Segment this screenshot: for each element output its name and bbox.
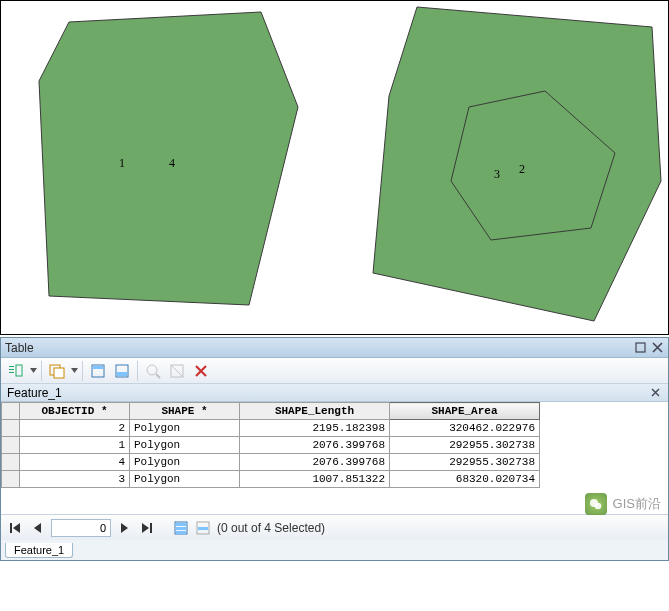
svg-rect-6 — [9, 372, 14, 373]
svg-rect-5 — [9, 369, 14, 370]
close-icon[interactable] — [651, 341, 664, 354]
svg-point-16 — [147, 365, 157, 375]
prev-record-button[interactable] — [29, 519, 45, 537]
column-header[interactable]: SHAPE_Area — [390, 403, 540, 420]
column-header[interactable]: OBJECTID * — [20, 403, 130, 420]
svg-rect-7 — [16, 365, 22, 376]
table-titlebar: Table — [1, 338, 668, 358]
table-options-button[interactable] — [5, 360, 27, 382]
table-row[interactable]: 3Polygon1007.85132268320.020734 — [2, 471, 540, 488]
table-row[interactable]: 2Polygon2195.182398320462.022976 — [2, 420, 540, 437]
svg-rect-4 — [9, 366, 14, 367]
svg-marker-21 — [13, 523, 20, 533]
clear-selection-button[interactable] — [166, 360, 188, 382]
table-row[interactable]: 4Polygon2076.399768292955.302738 — [2, 454, 540, 471]
separator — [41, 361, 42, 381]
polygon-right[interactable]: 3 2 — [369, 3, 664, 333]
svg-rect-31 — [198, 527, 208, 530]
svg-rect-27 — [176, 523, 186, 526]
svg-rect-28 — [176, 527, 186, 530]
first-record-button[interactable] — [7, 519, 23, 537]
record-position-input[interactable] — [51, 519, 111, 537]
svg-rect-3 — [636, 343, 645, 352]
table-tab[interactable]: Feature_1 — [5, 543, 73, 558]
attribute-grid[interactable]: OBJECTID * SHAPE * SHAPE_Length SHAPE_Ar… — [1, 402, 668, 514]
chevron-down-icon[interactable] — [29, 368, 37, 373]
svg-rect-10 — [54, 368, 64, 378]
next-record-button[interactable] — [117, 519, 133, 537]
svg-rect-25 — [150, 523, 152, 533]
table-tabstrip: Feature_1 — [1, 540, 668, 560]
svg-rect-13 — [93, 366, 103, 369]
close-icon[interactable] — [649, 386, 662, 399]
table-toolbar — [1, 358, 668, 384]
svg-line-19 — [171, 365, 183, 377]
show-all-records-button[interactable] — [173, 520, 189, 536]
svg-rect-20 — [10, 523, 12, 533]
map-canvas[interactable]: 1 4 3 2 — [0, 0, 669, 335]
selection-status: (0 out of 4 Selected) — [217, 521, 325, 535]
chevron-down-icon[interactable] — [70, 368, 78, 373]
window-restore-icon[interactable] — [634, 341, 647, 354]
delete-selected-button[interactable] — [190, 360, 212, 382]
table-title: Table — [5, 341, 34, 355]
last-record-button[interactable] — [139, 519, 155, 537]
column-header[interactable]: SHAPE_Length — [240, 403, 390, 420]
feature-label-1: 1 — [119, 156, 125, 170]
attribute-table-panel: Table Feature_1 OBJECTID * SHAPE * — [0, 337, 669, 561]
svg-marker-24 — [142, 523, 149, 533]
svg-marker-11 — [71, 368, 78, 373]
svg-line-17 — [156, 374, 160, 378]
svg-point-33 — [594, 503, 601, 510]
polygon-left[interactable]: 1 4 — [31, 9, 306, 317]
watermark-text: GIS前沿 — [613, 495, 661, 513]
watermark: GIS前沿 — [585, 493, 661, 515]
svg-marker-8 — [30, 368, 37, 373]
feature-label-3: 3 — [494, 167, 500, 181]
zoom-selected-button[interactable] — [142, 360, 164, 382]
related-tables-button[interactable] — [46, 360, 68, 382]
switch-selection-button[interactable] — [111, 360, 133, 382]
separator — [137, 361, 138, 381]
feature-label-2: 2 — [519, 162, 525, 176]
separator — [82, 361, 83, 381]
svg-rect-29 — [176, 531, 186, 534]
layer-name: Feature_1 — [7, 386, 62, 400]
show-selected-records-button[interactable] — [195, 520, 211, 536]
column-header[interactable]: SHAPE * — [130, 403, 240, 420]
feature-label-4: 4 — [169, 156, 175, 170]
layer-subtitle-bar: Feature_1 — [1, 384, 668, 402]
wechat-icon — [585, 493, 607, 515]
select-by-attributes-button[interactable] — [87, 360, 109, 382]
table-row[interactable]: 1Polygon2076.399768292955.302738 — [2, 437, 540, 454]
svg-rect-15 — [117, 372, 127, 376]
svg-marker-22 — [34, 523, 41, 533]
column-header-row: OBJECTID * SHAPE * SHAPE_Length SHAPE_Ar… — [2, 403, 540, 420]
record-navigator: (0 out of 4 Selected) — [1, 514, 668, 540]
svg-marker-23 — [121, 523, 128, 533]
